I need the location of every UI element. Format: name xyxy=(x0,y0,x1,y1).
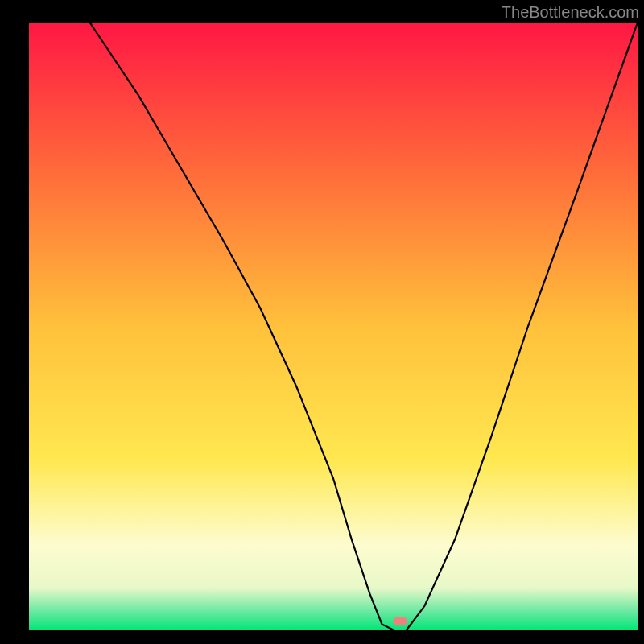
optimal-marker xyxy=(393,617,407,625)
gradient-background xyxy=(29,23,638,630)
plot-area xyxy=(29,23,638,630)
watermark-text: TheBottleneck.com xyxy=(502,3,639,22)
chart-container: TheBottleneck.com xyxy=(0,0,644,644)
chart-svg xyxy=(29,23,638,630)
